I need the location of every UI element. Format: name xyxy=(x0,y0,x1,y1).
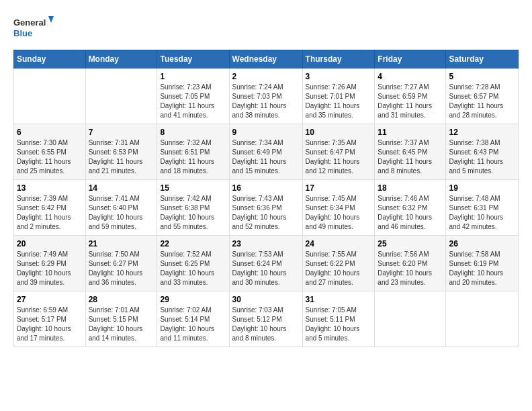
weekday-header-tuesday: Tuesday xyxy=(157,50,229,68)
calendar-cell: 22Sunrise: 7:52 AM Sunset: 6:25 PM Dayli… xyxy=(157,236,229,291)
day-number: 30 xyxy=(232,295,300,304)
calendar-cell: 4Sunrise: 7:27 AM Sunset: 6:59 PM Daylig… xyxy=(375,68,446,124)
week-row-5: 27Sunrise: 6:59 AM Sunset: 5:17 PM Dayli… xyxy=(14,291,519,347)
day-info: Sunrise: 7:53 AM Sunset: 6:24 PM Dayligh… xyxy=(232,250,300,287)
calendar-cell: 20Sunrise: 7:49 AM Sunset: 6:29 PM Dayli… xyxy=(14,236,86,291)
calendar-cell: 12Sunrise: 7:38 AM Sunset: 6:43 PM Dayli… xyxy=(446,124,519,180)
calendar-cell: 23Sunrise: 7:53 AM Sunset: 6:24 PM Dayli… xyxy=(229,236,302,291)
calendar-cell: 19Sunrise: 7:48 AM Sunset: 6:31 PM Dayli… xyxy=(446,180,519,236)
day-number: 20 xyxy=(17,239,83,248)
day-number: 3 xyxy=(306,72,372,81)
day-number: 22 xyxy=(160,239,226,248)
day-number: 9 xyxy=(232,128,300,137)
calendar-table: SundayMondayTuesdayWednesdayThursdayFrid… xyxy=(13,50,519,347)
day-info: Sunrise: 7:28 AM Sunset: 6:57 PM Dayligh… xyxy=(449,83,515,120)
day-number: 25 xyxy=(378,239,443,248)
day-info: Sunrise: 7:56 AM Sunset: 6:20 PM Dayligh… xyxy=(378,250,443,287)
week-row-3: 13Sunrise: 7:39 AM Sunset: 6:42 PM Dayli… xyxy=(14,180,519,236)
calendar-cell: 30Sunrise: 7:03 AM Sunset: 5:12 PM Dayli… xyxy=(229,291,302,347)
week-row-1: 1Sunrise: 7:23 AM Sunset: 7:05 PM Daylig… xyxy=(14,68,519,124)
day-number: 12 xyxy=(449,128,515,137)
day-number: 1 xyxy=(160,72,226,81)
day-number: 8 xyxy=(160,128,226,137)
day-number: 15 xyxy=(160,183,226,193)
svg-text:Blue: Blue xyxy=(13,28,32,38)
day-info: Sunrise: 7:31 AM Sunset: 6:53 PM Dayligh… xyxy=(89,138,154,176)
day-number: 17 xyxy=(306,183,372,193)
calendar-cell: 29Sunrise: 7:02 AM Sunset: 5:14 PM Dayli… xyxy=(157,291,229,347)
day-info: Sunrise: 7:23 AM Sunset: 7:05 PM Dayligh… xyxy=(160,83,226,120)
calendar-cell: 8Sunrise: 7:32 AM Sunset: 6:51 PM Daylig… xyxy=(157,124,229,180)
day-number: 5 xyxy=(449,72,515,81)
day-number: 2 xyxy=(232,72,300,81)
day-number: 28 xyxy=(89,295,154,304)
day-number: 14 xyxy=(89,183,154,193)
week-row-2: 6Sunrise: 7:30 AM Sunset: 6:55 PM Daylig… xyxy=(14,124,519,180)
day-info: Sunrise: 7:02 AM Sunset: 5:14 PM Dayligh… xyxy=(160,306,226,343)
calendar-cell: 28Sunrise: 7:01 AM Sunset: 5:15 PM Dayli… xyxy=(85,291,157,347)
day-info: Sunrise: 7:35 AM Sunset: 6:47 PM Dayligh… xyxy=(306,138,372,176)
day-info: Sunrise: 7:30 AM Sunset: 6:55 PM Dayligh… xyxy=(17,138,83,176)
day-number: 24 xyxy=(306,239,372,248)
day-info: Sunrise: 7:01 AM Sunset: 5:15 PM Dayligh… xyxy=(89,306,154,343)
calendar-cell xyxy=(14,68,86,124)
day-number: 19 xyxy=(449,183,515,193)
day-info: Sunrise: 7:05 AM Sunset: 5:11 PM Dayligh… xyxy=(306,306,372,343)
day-info: Sunrise: 7:41 AM Sunset: 6:40 PM Dayligh… xyxy=(89,194,154,232)
day-info: Sunrise: 7:45 AM Sunset: 6:34 PM Dayligh… xyxy=(306,194,372,232)
calendar-cell: 14Sunrise: 7:41 AM Sunset: 6:40 PM Dayli… xyxy=(85,180,157,236)
day-info: Sunrise: 7:43 AM Sunset: 6:36 PM Dayligh… xyxy=(232,194,300,232)
calendar-cell: 11Sunrise: 7:37 AM Sunset: 6:45 PM Dayli… xyxy=(375,124,446,180)
day-info: Sunrise: 7:55 AM Sunset: 6:22 PM Dayligh… xyxy=(306,250,372,287)
day-number: 18 xyxy=(378,183,443,193)
logo: General Blue xyxy=(13,13,54,43)
calendar-cell: 24Sunrise: 7:55 AM Sunset: 6:22 PM Dayli… xyxy=(302,236,375,291)
day-info: Sunrise: 7:46 AM Sunset: 6:32 PM Dayligh… xyxy=(378,194,443,232)
calendar-cell: 21Sunrise: 7:50 AM Sunset: 6:27 PM Dayli… xyxy=(85,236,157,291)
calendar-cell: 17Sunrise: 7:45 AM Sunset: 6:34 PM Dayli… xyxy=(302,180,375,236)
calendar-cell: 10Sunrise: 7:35 AM Sunset: 6:47 PM Dayli… xyxy=(302,124,375,180)
weekday-header-monday: Monday xyxy=(85,50,157,68)
day-info: Sunrise: 7:39 AM Sunset: 6:42 PM Dayligh… xyxy=(17,194,83,232)
weekday-header-friday: Friday xyxy=(375,50,446,68)
day-number: 27 xyxy=(17,295,83,304)
day-number: 31 xyxy=(306,295,372,304)
day-number: 11 xyxy=(378,128,443,137)
day-info: Sunrise: 7:38 AM Sunset: 6:43 PM Dayligh… xyxy=(449,138,515,176)
day-number: 21 xyxy=(89,239,154,248)
calendar-cell xyxy=(85,68,157,124)
day-info: Sunrise: 6:59 AM Sunset: 5:17 PM Dayligh… xyxy=(17,306,83,343)
calendar-cell xyxy=(375,291,446,347)
logo-svg: General Blue xyxy=(13,13,54,43)
weekday-header-sunday: Sunday xyxy=(14,50,86,68)
svg-marker-1 xyxy=(48,16,54,23)
calendar-cell: 2Sunrise: 7:24 AM Sunset: 7:03 PM Daylig… xyxy=(229,68,302,124)
day-info: Sunrise: 7:03 AM Sunset: 5:12 PM Dayligh… xyxy=(232,306,300,343)
calendar-cell: 16Sunrise: 7:43 AM Sunset: 6:36 PM Dayli… xyxy=(229,180,302,236)
calendar-cell: 15Sunrise: 7:42 AM Sunset: 6:38 PM Dayli… xyxy=(157,180,229,236)
day-info: Sunrise: 7:42 AM Sunset: 6:38 PM Dayligh… xyxy=(160,194,226,232)
day-number: 10 xyxy=(306,128,372,137)
weekday-header-thursday: Thursday xyxy=(302,50,375,68)
day-number: 4 xyxy=(378,72,443,81)
calendar-cell: 3Sunrise: 7:26 AM Sunset: 7:01 PM Daylig… xyxy=(302,68,375,124)
day-info: Sunrise: 7:34 AM Sunset: 6:49 PM Dayligh… xyxy=(232,138,300,176)
calendar-cell: 13Sunrise: 7:39 AM Sunset: 6:42 PM Dayli… xyxy=(14,180,86,236)
day-info: Sunrise: 7:49 AM Sunset: 6:29 PM Dayligh… xyxy=(17,250,83,287)
calendar-cell: 5Sunrise: 7:28 AM Sunset: 6:57 PM Daylig… xyxy=(446,68,519,124)
day-info: Sunrise: 7:37 AM Sunset: 6:45 PM Dayligh… xyxy=(378,138,443,176)
day-number: 13 xyxy=(17,183,83,193)
weekday-header-row: SundayMondayTuesdayWednesdayThursdayFrid… xyxy=(14,50,519,68)
day-number: 6 xyxy=(17,128,83,137)
day-info: Sunrise: 7:52 AM Sunset: 6:25 PM Dayligh… xyxy=(160,250,226,287)
calendar-cell: 6Sunrise: 7:30 AM Sunset: 6:55 PM Daylig… xyxy=(14,124,86,180)
day-info: Sunrise: 7:24 AM Sunset: 7:03 PM Dayligh… xyxy=(232,83,300,120)
day-number: 16 xyxy=(232,183,300,193)
day-number: 23 xyxy=(232,239,300,248)
calendar-cell: 27Sunrise: 6:59 AM Sunset: 5:17 PM Dayli… xyxy=(14,291,86,347)
day-info: Sunrise: 7:32 AM Sunset: 6:51 PM Dayligh… xyxy=(160,138,226,176)
week-row-4: 20Sunrise: 7:49 AM Sunset: 6:29 PM Dayli… xyxy=(14,236,519,291)
day-info: Sunrise: 7:50 AM Sunset: 6:27 PM Dayligh… xyxy=(89,250,154,287)
day-info: Sunrise: 7:27 AM Sunset: 6:59 PM Dayligh… xyxy=(378,83,443,120)
calendar-cell: 18Sunrise: 7:46 AM Sunset: 6:32 PM Dayli… xyxy=(375,180,446,236)
